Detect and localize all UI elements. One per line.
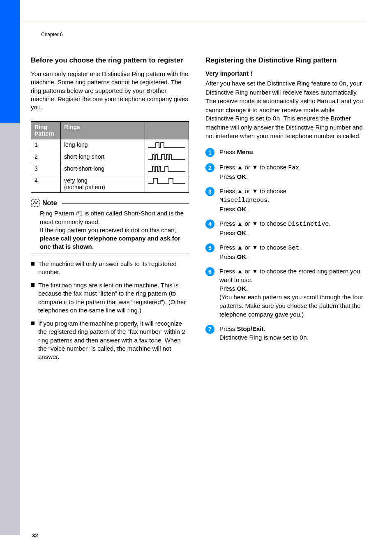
- step-badge: 2: [205, 163, 214, 172]
- step-body: Press Stop/Exit. Distinctive Ring is now…: [219, 324, 309, 342]
- step-text: Distinctive Ring is now set to: [219, 334, 300, 341]
- ring-pattern-table: Ring Pattern Rings 1 long-long: [31, 121, 189, 193]
- ring-wave-icon: [148, 177, 185, 185]
- step-key: OK: [237, 206, 247, 213]
- step-code: Distinctive: [288, 221, 329, 228]
- page-number: 32: [32, 532, 38, 539]
- header-rule: [20, 22, 363, 22]
- step-text: .: [246, 206, 248, 213]
- step-text: Press: [219, 253, 237, 260]
- cell-pattern-num: 2: [31, 151, 61, 163]
- step-code: Fax: [288, 164, 299, 171]
- note-text-2b: please call your telephone company and a…: [40, 235, 180, 250]
- step-text: .: [329, 220, 330, 227]
- right-heading: Registering the Distinctive Ring pattern: [205, 56, 364, 65]
- cell-wave: [145, 151, 189, 163]
- note-header: Note: [31, 199, 189, 207]
- table-row: 2 short-long-short: [31, 151, 189, 163]
- step-badge: 6: [205, 267, 214, 276]
- step-key: OK: [237, 229, 247, 236]
- cell-wave: [145, 163, 189, 175]
- step-4: 4 Press ▲ or ▼ to choose Distinctive. Pr…: [205, 219, 364, 237]
- note-rule: [62, 203, 189, 204]
- step-badge: 1: [205, 148, 214, 157]
- step-text: Press: [219, 325, 237, 332]
- left-column: Before you choose the ring pattern to re…: [31, 56, 189, 366]
- step-badge: 4: [205, 220, 214, 229]
- step-text: .: [299, 164, 301, 171]
- step-body: Press ▲ or ▼ to choose the stored ring p…: [219, 267, 364, 319]
- step-7: 7 Press Stop/Exit. Distinctive Ring is n…: [205, 324, 364, 342]
- step-text: .: [246, 253, 248, 260]
- left-heading: Before you choose the ring pattern to re…: [31, 56, 189, 65]
- cell-pattern-desc: very long (normal pattern): [61, 175, 145, 193]
- step-body: Press ▲ or ▼ to choose Fax. Press OK.: [219, 163, 301, 181]
- step-key: Menu: [237, 148, 253, 155]
- step-code: Set: [288, 245, 299, 252]
- step-key: OK: [237, 253, 247, 260]
- step-key: OK: [237, 173, 247, 180]
- step-text: .: [246, 173, 248, 180]
- ring-wave-icon: [148, 165, 185, 173]
- left-gray-bar: [0, 123, 20, 535]
- step-6: 6 Press ▲ or ▼ to choose the stored ring…: [205, 267, 364, 319]
- step-code: On: [300, 335, 307, 342]
- left-intro: You can only register one Distinctive Ri…: [31, 70, 189, 111]
- step-text: Press ▲ or ▼ to choose: [219, 220, 288, 227]
- cell-pattern-desc: short-long-short: [61, 151, 145, 163]
- note-body: Ring Pattern #1 is often called Short-Sh…: [31, 209, 189, 251]
- step-body: Press ▲ or ▼ to choose Distinctive. Pres…: [219, 219, 330, 237]
- cell-pattern-num: 1: [31, 139, 61, 151]
- bullet-list: The machine will only answer calls to it…: [31, 260, 189, 366]
- ring-wave-icon: [148, 153, 185, 161]
- step-text: .: [253, 148, 255, 155]
- step-text: Press ▲ or ▼ to choose: [219, 164, 288, 171]
- th-rings: Rings: [61, 122, 145, 139]
- note-text-2c: .: [92, 243, 94, 250]
- step-key: Stop/Exit: [237, 325, 264, 332]
- step-text: .: [246, 285, 248, 292]
- step-badge: 5: [205, 243, 214, 252]
- cell-pattern-num: 3: [31, 163, 61, 175]
- step-text: .: [267, 196, 269, 203]
- cell-pattern-desc: short-short-long: [61, 163, 145, 175]
- step-body: Press ▲ or ▼ to choose Set. Press OK.: [219, 243, 301, 261]
- cell-pattern-desc: long-long: [61, 139, 145, 151]
- step-body: Press ▲ or ▼ to chooseMiscellaneous. Pre…: [219, 187, 286, 213]
- cell-pattern-num: 4: [31, 175, 61, 193]
- step-code: Miscellaneous: [219, 197, 267, 204]
- step-text: .: [299, 244, 301, 251]
- th-wave: [145, 122, 189, 139]
- list-item: The machine will only answer calls to it…: [31, 260, 189, 277]
- cell-wave: [145, 175, 189, 193]
- right-subheading: Very Important !: [205, 70, 364, 77]
- code-on: On: [339, 81, 346, 88]
- ring-wave-icon: [148, 141, 185, 149]
- step-badge: 7: [205, 325, 214, 334]
- step-text: Press: [219, 206, 237, 213]
- table-row: 3 short-short-long: [31, 163, 189, 175]
- cell-wave: [145, 139, 189, 151]
- note-text-2a: If the ring pattern you received is not …: [40, 227, 177, 234]
- code-on: On: [272, 116, 280, 123]
- step-text: Press ▲ or ▼ to choose: [219, 187, 286, 194]
- step-text: .: [246, 229, 248, 236]
- list-item: The first two rings are silent on the ma…: [31, 281, 189, 314]
- list-item: If you program the machine properly, it …: [31, 319, 189, 361]
- step-text: .: [307, 334, 309, 341]
- table-row: 1 long-long: [31, 139, 189, 151]
- note-icon: [31, 199, 40, 207]
- right-column: Registering the Distinctive Ring pattern…: [205, 56, 364, 366]
- step-3: 3 Press ▲ or ▼ to chooseMiscellaneous. P…: [205, 187, 364, 213]
- step-key: OK: [237, 285, 247, 292]
- right-intro: After you have set the Distinctive Ring …: [205, 79, 364, 140]
- step-text: .: [264, 325, 265, 332]
- intro-text: After you have set the Distinctive Ring …: [205, 80, 339, 87]
- step-body: Press Menu.: [219, 148, 255, 157]
- left-blue-bar: [0, 0, 20, 123]
- step-text: Press ▲ or ▼ to choose the stored ring p…: [219, 268, 360, 283]
- note-text-1: Ring Pattern #1 is often called Short-Sh…: [40, 210, 184, 225]
- chapter-label: Chapter 6: [41, 32, 63, 37]
- step-text: Press: [219, 148, 237, 155]
- step-badge: 3: [205, 187, 214, 196]
